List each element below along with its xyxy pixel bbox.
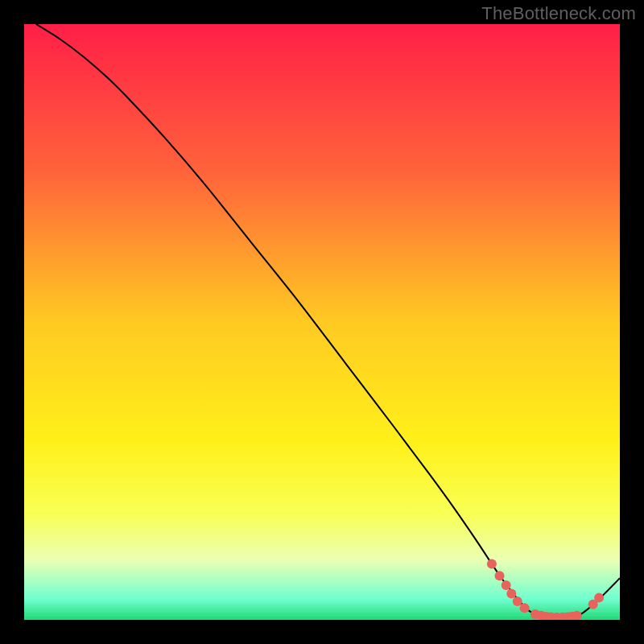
gradient-background [24,24,620,620]
highlighted-point [520,603,530,613]
highlighted-point [487,559,497,568]
bottleneck-chart [0,0,644,644]
highlighted-point [572,611,582,621]
highlighted-point [594,593,604,603]
highlighted-point [502,580,511,590]
highlighted-point [513,597,522,606]
highlighted-point [495,571,505,580]
highlighted-point [506,588,516,598]
gradient-bands [24,447,620,620]
chart-stage: TheBottleneck.com [0,0,644,644]
